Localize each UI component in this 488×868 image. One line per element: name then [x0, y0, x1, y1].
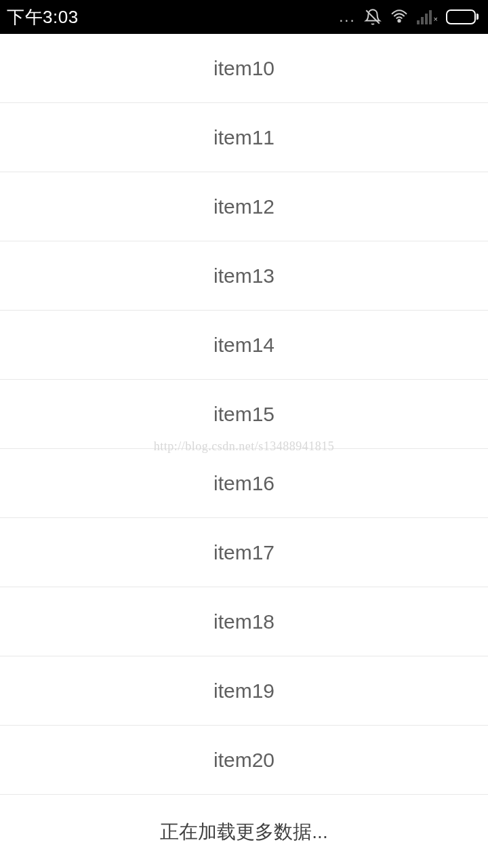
list-item[interactable]: item17 — [0, 518, 488, 587]
list-item-label: item20 — [214, 749, 274, 772]
mute-bell-icon — [364, 8, 382, 26]
list-item-label: item10 — [214, 57, 274, 80]
list-item-label: item14 — [214, 334, 274, 357]
list-item[interactable]: item20 — [0, 726, 488, 795]
list-item[interactable]: item16 — [0, 449, 488, 518]
list-item-label: item18 — [214, 610, 274, 633]
list-item-label: item17 — [214, 541, 274, 564]
list-item-label: item15 — [214, 403, 274, 426]
list-item[interactable]: item13 — [0, 241, 488, 311]
list-item[interactable]: item12 — [0, 172, 488, 241]
signal-icon: × — [417, 9, 438, 24]
list-item[interactable]: item15 — [0, 380, 488, 449]
list-container[interactable]: item10 item11 item12 item13 item14 item1… — [0, 34, 488, 868]
list-item[interactable]: item18 — [0, 587, 488, 656]
status-icons: ... × — [339, 8, 476, 26]
list-item-label: item11 — [214, 126, 274, 149]
loading-footer: 正在加载更多数据... — [0, 795, 488, 868]
list-item-label: item19 — [214, 679, 274, 703]
list-item-label: item16 — [214, 472, 274, 495]
list-item[interactable]: item19 — [0, 656, 488, 726]
list-item[interactable]: item14 — [0, 311, 488, 380]
list-item-label: item13 — [214, 264, 274, 288]
list-item-label: item12 — [214, 195, 274, 218]
svg-point-1 — [398, 20, 400, 22]
wifi-icon — [390, 8, 409, 26]
more-dots-icon: ... — [339, 8, 355, 26]
status-time: 下午3:03 — [7, 5, 79, 29]
loading-text: 正在加载更多数据... — [160, 819, 327, 845]
list-item[interactable]: item10 — [0, 34, 488, 103]
battery-icon — [446, 9, 476, 24]
status-bar: 下午3:03 ... × — [0, 0, 488, 34]
list-item[interactable]: item11 — [0, 103, 488, 172]
